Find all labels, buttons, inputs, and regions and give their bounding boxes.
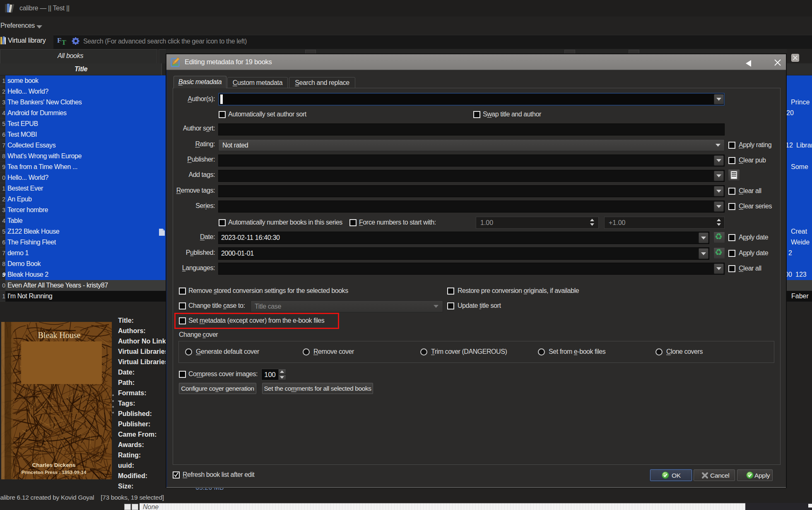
svg-text:Charles Dickens: Charles Dickens	[32, 462, 75, 468]
svg-text:Princeton Press : 1853-09-14: Princeton Press : 1853-09-14	[22, 470, 87, 475]
svg-text:Bleak House: Bleak House	[38, 331, 81, 340]
